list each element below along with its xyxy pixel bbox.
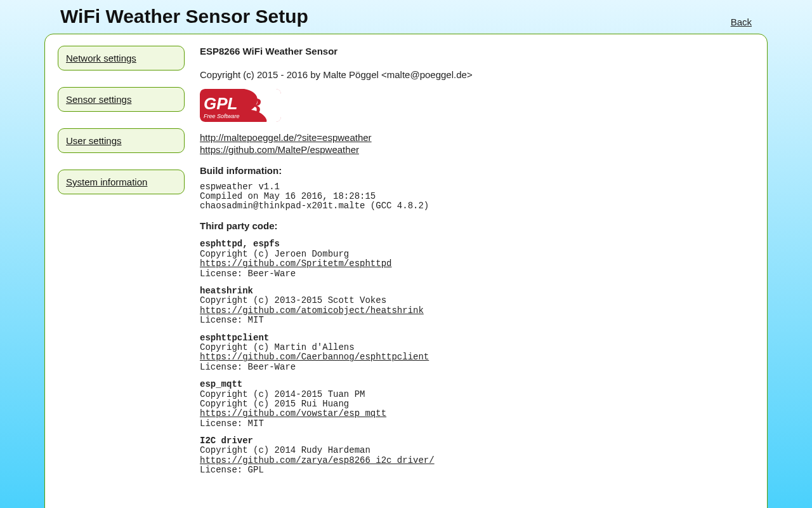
- lib-license: License: Beer-Ware: [200, 362, 296, 372]
- lib-license: License: GPL: [200, 465, 264, 475]
- lib-link[interactable]: https://github.com/Caerbannog/esphttpcli…: [200, 352, 429, 362]
- lib-copyright: Copyright (c) Jeroen Domburg: [200, 249, 349, 259]
- lib-copyright: Copyright (c) 2014 Rudy Hardeman: [200, 445, 370, 455]
- lib-link[interactable]: https://github.com/Spritetm/esphttpd: [200, 258, 391, 269]
- lib-link[interactable]: https://github.com/atomicobject/heatshri…: [200, 305, 424, 316]
- third-party-heading: Third party code:: [200, 220, 473, 232]
- gpl-v3-logo-icon: GPL Free Software 3: [200, 89, 473, 125]
- sidebar-item-user-settings[interactable]: User settings: [58, 128, 185, 153]
- back-link[interactable]: Back: [731, 17, 752, 27]
- build-info-heading: Build information:: [200, 165, 473, 177]
- content: ESP8266 WiFi Weather Sensor Copyright (c…: [200, 46, 473, 483]
- page-title: WiFi Weather Sensor Setup: [60, 6, 308, 27]
- svg-text:3: 3: [249, 93, 261, 119]
- lib-block: esp_mqtt Copyright (c) 2014-2015 Tuan PM…: [200, 380, 473, 429]
- sidebar-item-sensor-settings[interactable]: Sensor settings: [58, 87, 185, 112]
- lib-block: I2C driver Copyright (c) 2014 Rudy Harde…: [200, 436, 473, 476]
- homepage-link[interactable]: http://maltepoeggel.de/?site=espweather: [200, 132, 372, 143]
- lib-block: esphttpd, espfs Copyright (c) Jeroen Dom…: [200, 239, 473, 279]
- lib-copyright: Copyright (c) 2013-2015 Scott Vokes: [200, 295, 386, 305]
- sidebar: Network settings Sensor settings User se…: [58, 46, 191, 211]
- lib-name: I2C driver: [200, 436, 253, 446]
- lib-name: heatshrink: [200, 286, 253, 296]
- build-info-line: espweather v1.1: [200, 182, 280, 192]
- lib-block: heatshrink Copyright (c) 2013-2015 Scott…: [200, 286, 473, 326]
- lib-copyright: Copyright (c) Martin d'Allens: [200, 342, 355, 352]
- lib-name: esp_mqtt: [200, 379, 242, 389]
- lib-license: License: MIT: [200, 315, 264, 325]
- lib-name: esphttpclient: [200, 333, 269, 343]
- lib-license: License: Beer-Ware: [200, 269, 296, 279]
- sidebar-item-system-information[interactable]: System information: [58, 170, 185, 194]
- sidebar-item-network-settings[interactable]: Network settings: [58, 46, 185, 70]
- github-link[interactable]: https://github.com/MalteP/espweather: [200, 144, 359, 155]
- svg-text:Free Software: Free Software: [204, 113, 240, 119]
- copyright-line: Copyright (c) 2015 - 2016 by Malte Pögge…: [200, 69, 473, 81]
- lib-copyright: Copyright (c) 2014-2015 Tuan PM: [200, 389, 365, 399]
- lib-link[interactable]: https://github.com/zarya/esp8266_i2c_dri…: [200, 455, 435, 465]
- lib-license: License: MIT: [200, 418, 264, 429]
- lib-name: esphttpd, espfs: [200, 239, 280, 249]
- svg-text:GPL: GPL: [204, 94, 237, 113]
- main-panel: Network settings Sensor settings User se…: [44, 34, 768, 508]
- lib-link[interactable]: https://github.com/vowstar/esp_mqtt: [200, 408, 386, 418]
- build-info-line: chaosadmin@thinkpad-x201t.malte (GCC 4.8…: [200, 201, 429, 211]
- lib-copyright: Copyright (c) 2015 Rui Huang: [200, 399, 349, 409]
- build-info-line: Compiled on May 16 2016, 18:28:15: [200, 191, 376, 201]
- build-info: espweather v1.1 Compiled on May 16 2016,…: [200, 182, 473, 211]
- lib-block: esphttpclient Copyright (c) Martin d'All…: [200, 333, 473, 373]
- product-title: ESP8266 WiFi Weather Sensor: [200, 46, 473, 58]
